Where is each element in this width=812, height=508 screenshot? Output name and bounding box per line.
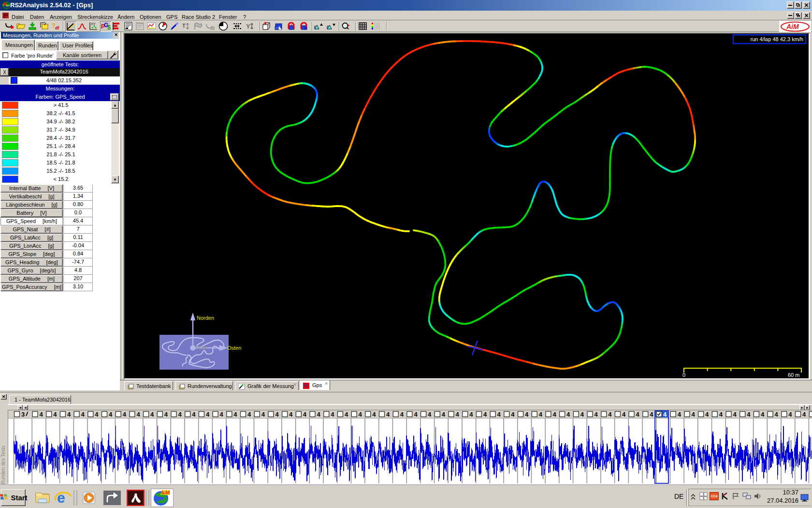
svg-text:4: 4 xyxy=(442,411,446,418)
svg-text:4: 4 xyxy=(303,411,307,418)
svg-text:AiM: AiM xyxy=(161,490,170,495)
svg-text:4: 4 xyxy=(733,411,737,418)
svg-text:4: 4 xyxy=(220,411,224,418)
svg-text:3: 3 xyxy=(21,411,25,418)
svg-text:0: 0 xyxy=(682,372,685,378)
svg-text:4: 4 xyxy=(95,411,99,418)
svg-text:4: 4 xyxy=(317,411,321,418)
svg-text:XY: XY xyxy=(91,22,96,26)
svg-text:4: 4 xyxy=(678,411,682,418)
svg-text:4: 4 xyxy=(428,411,432,418)
svg-text:4: 4 xyxy=(53,411,57,418)
svg-text:4: 4 xyxy=(386,411,390,418)
svg-text:4: 4 xyxy=(123,411,127,418)
svg-text:4: 4 xyxy=(192,411,196,418)
svg-text:4: 4 xyxy=(178,411,182,418)
svg-text:4: 4 xyxy=(414,411,418,418)
svg-text:4: 4 xyxy=(608,411,612,418)
svg-text:4: 4 xyxy=(109,411,113,418)
svg-text:T: T xyxy=(182,23,186,29)
svg-text:4: 4 xyxy=(650,411,653,418)
svg-text:4: 4 xyxy=(788,411,792,418)
svg-text:4: 4 xyxy=(136,411,140,418)
svg-text:4: 4 xyxy=(400,411,404,418)
svg-text:4: 4 xyxy=(261,411,265,418)
svg-text:4: 4 xyxy=(372,411,376,418)
svg-text:4: 4 xyxy=(247,411,251,418)
svg-text:4: 4 xyxy=(525,411,529,418)
svg-text:60 m: 60 m xyxy=(788,372,799,378)
svg-text:4: 4 xyxy=(456,411,460,418)
svg-text:4: 4 xyxy=(511,411,515,418)
svg-text:4: 4 xyxy=(483,411,487,418)
svg-text:4: 4 xyxy=(345,411,348,418)
svg-text:4: 4 xyxy=(81,411,85,418)
svg-text:4: 4 xyxy=(331,411,334,418)
svg-text:4: 4 xyxy=(275,411,279,418)
svg-text:4: 4 xyxy=(150,411,154,418)
svg-text:4: 4 xyxy=(289,411,293,418)
svg-text:4: 4 xyxy=(233,411,237,418)
svg-text:4: 4 xyxy=(580,411,584,418)
svg-text:Y: Y xyxy=(246,23,250,30)
svg-text:4: 4 xyxy=(622,411,626,418)
svg-text:4: 4 xyxy=(705,411,709,418)
svg-text:4: 4 xyxy=(761,411,765,418)
svg-text:4: 4 xyxy=(594,411,598,418)
svg-text:4: 4 xyxy=(206,411,210,418)
svg-text:4: 4 xyxy=(359,411,362,418)
svg-text:4: 4 xyxy=(747,411,751,418)
svg-text:4: 4 xyxy=(636,411,640,418)
svg-text:4: 4 xyxy=(566,411,570,418)
svg-text:4: 4 xyxy=(539,411,543,418)
svg-text:4: 4 xyxy=(497,411,501,418)
svg-text:4: 4 xyxy=(691,411,695,418)
svg-text:run 4/lap 48 42.3 km/h: run 4/lap 48 42.3 km/h xyxy=(751,36,803,42)
svg-text:4: 4 xyxy=(663,411,667,418)
svg-text:4: 4 xyxy=(67,411,71,418)
svg-text:Osten: Osten xyxy=(227,345,241,351)
svg-text:4: 4 xyxy=(775,411,779,418)
svg-text:Norden: Norden xyxy=(197,315,214,321)
svg-text:4: 4 xyxy=(164,411,168,418)
svg-text:4: 4 xyxy=(802,411,806,418)
svg-text:4: 4 xyxy=(552,411,556,418)
svg-text:AiM: AiM xyxy=(786,23,799,30)
svg-text:df: df xyxy=(55,26,59,30)
svg-text:4: 4 xyxy=(719,411,723,418)
svg-text:4: 4 xyxy=(40,411,44,418)
svg-text:nhen: nhen xyxy=(196,344,208,350)
svg-text:S: S xyxy=(107,24,111,31)
svg-text:4: 4 xyxy=(469,411,473,418)
